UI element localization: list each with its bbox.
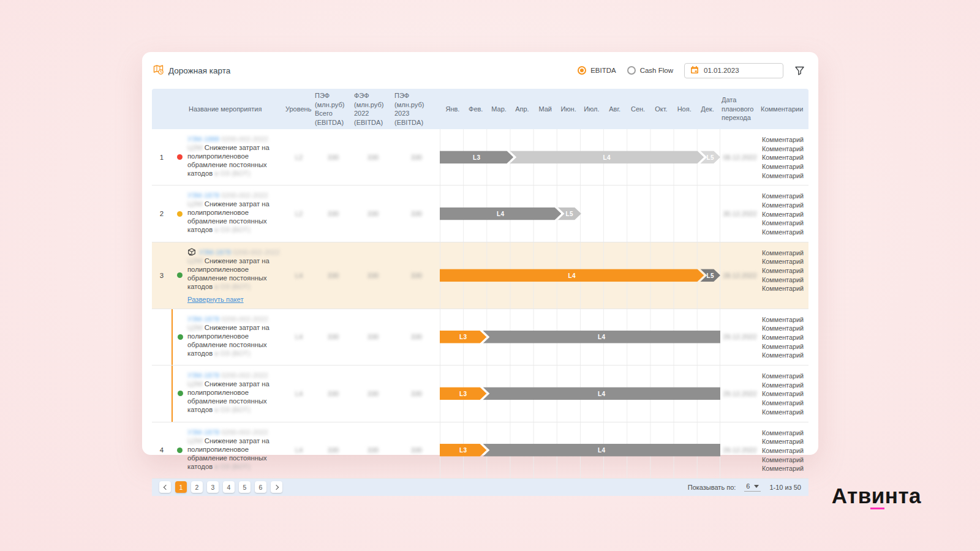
brand-logo: Атвинта	[832, 484, 921, 508]
per-page-select[interactable]: 6	[744, 482, 761, 492]
prev-page-button[interactable]	[159, 481, 171, 493]
pef-2023-cell: 330	[393, 210, 440, 217]
gantt-bar-L3[interactable]: L3	[440, 444, 486, 457]
gantt-bars: L4L5	[440, 242, 720, 309]
event-ref-link[interactable]: УЗМ-1878 0200-002-2022	[187, 428, 268, 437]
gantt-bar-label: L3	[459, 390, 467, 397]
next-page-button[interactable]	[271, 481, 282, 493]
page-button-3[interactable]: 3	[207, 481, 219, 493]
date-input[interactable]: 01.01.2023	[684, 63, 783, 78]
status-dot	[177, 448, 183, 453]
page-button-2[interactable]: 2	[191, 481, 203, 493]
event-title: ЦЗМ Снижение затрат на полипропиленовое …	[187, 437, 281, 471]
gantt-bar-L4[interactable]: L4	[483, 444, 720, 457]
page-button-1[interactable]: 1	[175, 481, 187, 493]
pef-total-cell: 330	[314, 390, 353, 397]
pagination-bar: 123456 Показывать по: 6 1-10 из 50	[152, 479, 809, 496]
fef-2022-cell: 330	[353, 390, 393, 397]
status-dot	[177, 154, 183, 160]
comment-cell: КомментарийКомментарийКомментарийКоммент…	[760, 365, 809, 421]
comment-cell: КомментарийКомментарийКомментарийКоммент…	[760, 242, 809, 309]
event-ref-link[interactable]: УЗМ-1888 0200-002-2022	[187, 135, 268, 143]
range-label: 1-10 из 50	[769, 484, 801, 491]
gantt-bar-label: L4	[598, 390, 605, 397]
month-label: Мар.	[488, 105, 511, 113]
event-ref-link[interactable]: УЗМ-1878 0200-002-2022	[187, 191, 268, 200]
gantt-bar-label: L4	[598, 334, 605, 340]
filter-icon[interactable]	[794, 66, 805, 76]
package-icon	[187, 248, 196, 257]
month-label: Дек.	[696, 105, 719, 113]
status-cell	[172, 211, 187, 217]
status-cell	[172, 272, 187, 278]
event-ref-link[interactable]: УЗМ-1878 0200-002-2022	[187, 315, 268, 323]
event-title: ЦЗМ Снижение затрат на полипропиленовое …	[187, 380, 281, 414]
gantt-bar-L3[interactable]: L3	[440, 387, 486, 400]
status-dot	[177, 211, 183, 217]
gantt-bar-L4[interactable]: L4	[510, 151, 704, 163]
status-cell	[172, 448, 187, 453]
date-value: 01.01.2023	[704, 67, 739, 74]
gantt-bar-L4[interactable]: L4	[483, 331, 720, 343]
expand-package-link[interactable]: Развернуть пакет	[187, 295, 244, 304]
month-label: Апр.	[510, 105, 533, 113]
pef-2023-cell: 330	[393, 272, 440, 279]
month-label: Сен.	[627, 105, 650, 113]
col-level: Уровень	[284, 103, 314, 115]
table-body: 1 УЗМ-1888 0200-002-2022 ЦЗМ Снижение за…	[152, 129, 809, 479]
month-label: Авг.	[603, 105, 627, 113]
pef-total-cell: 330	[314, 210, 353, 217]
row-number: 2	[152, 210, 172, 217]
gantt-bars: L3L4	[440, 365, 720, 421]
gantt-cell: L3L4	[440, 422, 720, 478]
gantt-bar-label: L3	[459, 334, 467, 340]
col-transition-date: Дата планового перехода	[720, 93, 760, 125]
gantt-bar-label: L5	[566, 211, 573, 217]
gantt-cell: L3L4L5	[440, 129, 720, 185]
gantt-bar-L3[interactable]: L3	[440, 151, 513, 163]
event-ref-link[interactable]: УЗМ-1878 0200-002-2022	[199, 248, 280, 257]
comment-cell: КомментарийКомментарийКомментарийКоммент…	[760, 309, 809, 365]
fef-2022-cell: 330	[353, 272, 393, 279]
page-button-4[interactable]: 4	[223, 481, 235, 493]
comment-cell: КомментарийКомментарийКомментарийКоммент…	[760, 422, 809, 478]
month-label: Май	[533, 105, 557, 113]
gantt-bar-label: L5	[706, 272, 714, 279]
page-buttons: 123456	[175, 481, 266, 493]
gantt-bar-L3[interactable]: L3	[440, 331, 486, 343]
level-cell: L4	[284, 333, 314, 340]
page-button-6[interactable]: 6	[255, 481, 266, 493]
page-button-5[interactable]: 5	[239, 481, 251, 493]
months-header: Янв.Фев.Мар.Апр.МайИюн.Июл.Авг.Сен.Окт.Н…	[440, 89, 720, 129]
roadmap-card: Дорожная карта EBITDA Cash Flow	[142, 52, 818, 455]
gantt-cell: L3L4	[440, 309, 720, 365]
event-title: ЦЗМ Снижение затрат на полипропиленовое …	[187, 257, 281, 291]
radio-cash-flow[interactable]: Cash Flow	[627, 66, 673, 75]
roadmap-table: Название мероприятия Уровень ПЭФ (млн.ру…	[152, 89, 809, 496]
row-number: 3	[152, 272, 172, 279]
event-name-cell: УЗМ-1878 0200-002-2022 ЦЗМ Снижение затр…	[187, 242, 284, 309]
table-row: УЗМ-1878 0200-002-2022 ЦЗМ Снижение затр…	[152, 309, 809, 365]
transition-date-cell: 29.12.2022	[720, 333, 760, 340]
comment-cell: КомментарийКомментарийКомментарийКоммент…	[760, 129, 809, 185]
radio-ebitda[interactable]: EBITDA	[578, 66, 616, 75]
gantt-bar-L4[interactable]: L4	[440, 208, 561, 220]
status-dot	[177, 272, 183, 278]
month-label: Янв.	[441, 105, 464, 113]
logo-underline	[870, 508, 884, 510]
chevron-right-icon	[273, 485, 278, 490]
event-ref-link[interactable]: УЗМ-1878 0200-002-2022	[187, 371, 268, 380]
table-header: Название мероприятия Уровень ПЭФ (млн.ру…	[152, 89, 809, 129]
gantt-cell: L3L4	[440, 365, 720, 421]
table-row: 3 УЗМ-1878 0200-002-2022 ЦЗМ Снижение за…	[152, 242, 809, 309]
table-row: 1 УЗМ-1888 0200-002-2022 ЦЗМ Снижение за…	[152, 129, 809, 186]
gantt-bar-L4[interactable]: L4	[440, 269, 704, 282]
level-cell: L2	[284, 210, 314, 217]
per-page-label: Показывать по:	[688, 484, 736, 491]
gantt-bar-L4[interactable]: L4	[483, 387, 720, 400]
pef-total-cell: 330	[314, 446, 353, 454]
transition-date-cell: 30.12.2022	[720, 210, 760, 217]
gantt-cell: L4L5	[440, 186, 720, 241]
gantt-cell: L4L5	[440, 242, 720, 309]
pef-2023-cell: 330	[393, 333, 440, 340]
